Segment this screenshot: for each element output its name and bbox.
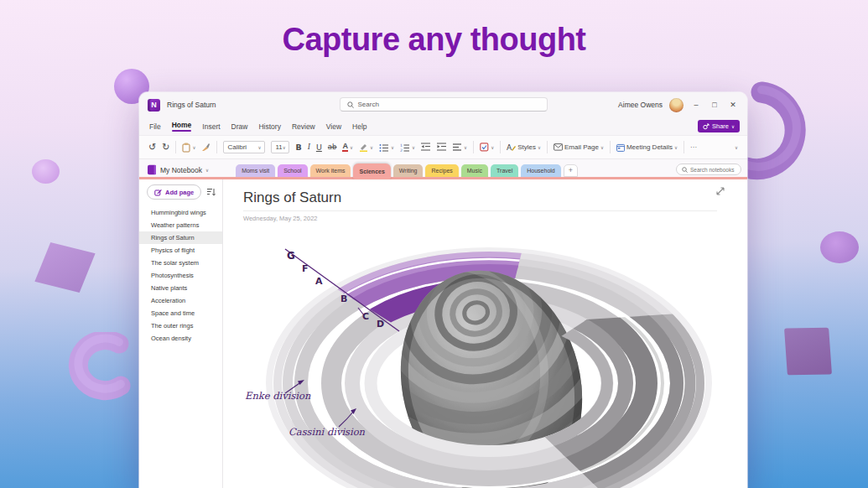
menu-item[interactable]: Home <box>172 121 192 132</box>
share-icon <box>703 123 709 130</box>
underline-button[interactable]: U <box>316 143 322 152</box>
sidebar-page-item[interactable]: Hummingbird wings <box>139 206 222 219</box>
undo-button[interactable]: ↺ <box>148 143 156 152</box>
maximize-button[interactable]: □ <box>709 101 720 109</box>
search-placeholder: Search <box>358 101 379 108</box>
chevron-down-icon: ∨ <box>600 145 604 150</box>
strikethrough-button[interactable]: ab <box>328 143 337 152</box>
section-tab[interactable]: Moms visit <box>236 164 275 177</box>
chevron-down-icon: ∨ <box>674 145 678 150</box>
menu-item[interactable]: View <box>326 122 341 131</box>
format-painter-button[interactable] <box>201 143 211 152</box>
chevron-down-icon: ∨ <box>192 145 195 150</box>
section-tabs: Moms visitSchoolWork itemsSciencesWritin… <box>236 164 561 179</box>
font-name-select[interactable]: Calibri∨ <box>223 141 265 153</box>
window-title: Rings of Saturn <box>167 101 216 109</box>
email-page-button[interactable]: Email Page ∨ <box>554 143 604 151</box>
sidebar-page-item[interactable]: Ocean density <box>139 332 222 345</box>
menu-item[interactable]: Draw <box>231 122 248 131</box>
close-button[interactable]: ✕ <box>727 101 739 109</box>
expand-page-icon[interactable] <box>715 186 725 196</box>
menu-item[interactable]: File <box>149 122 161 131</box>
meeting-details-button[interactable]: Meeting Details ∨ <box>616 143 678 152</box>
font-color-button[interactable]: A ∨ <box>342 143 353 152</box>
notebook-switcher[interactable]: My Notebook ∨ <box>139 164 216 179</box>
ring-letter-g: G <box>287 250 295 262</box>
title-bar: N Rings of Saturn Search Aimee Owens – □… <box>139 92 747 117</box>
clipboard-icon <box>182 143 190 153</box>
highlighter-button[interactable]: ∨ <box>359 143 373 152</box>
chevron-down-icon: ∨ <box>391 145 394 150</box>
notebook-bar: My Notebook ∨ Moms visitSchoolWork items… <box>139 159 747 179</box>
decor-hook-left <box>59 332 143 406</box>
bullet-list-button[interactable]: ∨ <box>379 143 394 152</box>
page-title[interactable]: Rings of Saturn <box>243 189 717 211</box>
svg-text:1: 1 <box>400 143 403 148</box>
pages-sidebar: Add page Hummingbird wingsWeather patter… <box>139 179 223 488</box>
share-button[interactable]: Share ∨ <box>698 120 740 132</box>
section-tab[interactable]: Music <box>461 164 488 177</box>
sidebar-page-item[interactable]: Physics of flight <box>139 244 222 257</box>
styles-button[interactable]: A Styles ∨ <box>507 143 541 152</box>
increase-indent-button[interactable] <box>437 143 447 153</box>
decor-arc-right <box>735 79 829 189</box>
minimize-button[interactable]: – <box>690 101 702 109</box>
sidebar-page-item[interactable]: The outer rings <box>139 319 222 332</box>
search-input[interactable]: Search <box>340 97 548 112</box>
ribbon-toolbar: ↺ ↻ ∨ Calibri∨ 11∨ B I U ab A ∨ <box>139 135 747 159</box>
onenote-app-icon: N <box>148 99 160 112</box>
sidebar-page-item[interactable]: Acceleration <box>139 294 222 307</box>
section-tab[interactable]: Writing <box>393 164 424 177</box>
sidebar-page-item[interactable]: Rings of Saturn <box>139 231 222 244</box>
decor-dot-left <box>32 159 60 184</box>
sort-pages-icon[interactable] <box>206 188 216 197</box>
section-tab[interactable]: Recipes <box>425 164 458 177</box>
sidebar-page-item[interactable]: Native plants <box>139 282 222 294</box>
decrease-indent-button[interactable] <box>421 143 431 153</box>
redo-button[interactable]: ↻ <box>162 143 169 152</box>
paste-button[interactable]: ∨ <box>182 143 195 153</box>
font-size-select[interactable]: 11∨ <box>271 141 289 153</box>
section-tab[interactable]: Household <box>521 164 560 177</box>
chevron-down-icon: ∨ <box>538 145 541 150</box>
chevron-down-icon: ∨ <box>370 145 373 150</box>
numbered-list-button[interactable]: 12 ∨ <box>400 143 415 152</box>
sidebar-page-item[interactable]: Space and time <box>139 307 222 319</box>
more-commands-button[interactable]: ··· <box>690 143 697 151</box>
alignment-button[interactable]: ∨ <box>453 143 467 152</box>
italic-button[interactable]: I <box>308 143 310 152</box>
notebook-search-input[interactable]: Search notebooks <box>676 164 741 175</box>
search-icon <box>347 101 354 108</box>
section-tab[interactable]: Work items <box>310 164 351 177</box>
collapse-ribbon-icon[interactable]: ∨ <box>735 145 738 150</box>
menu-item[interactable]: Help <box>352 122 366 131</box>
section-tab[interactable]: Sciences <box>353 164 390 179</box>
menu-item[interactable]: Insert <box>202 122 220 131</box>
chevron-down-icon: ∨ <box>731 124 735 129</box>
sidebar-page-item[interactable]: Photosynthesis <box>139 269 222 282</box>
user-avatar[interactable] <box>669 98 683 112</box>
page-background: Capture any thought N Rings of Saturn Se… <box>0 0 868 488</box>
add-page-button[interactable]: Add page <box>147 184 201 200</box>
page-date: Wednesday, May 25, 2022 <box>243 215 747 222</box>
menu-item[interactable]: History <box>258 122 280 131</box>
numbered-list-icon: 12 <box>400 143 410 152</box>
bold-button[interactable]: B <box>295 143 301 152</box>
section-tab[interactable]: School <box>278 164 307 177</box>
svg-text:2: 2 <box>400 148 403 152</box>
page-list: Hummingbird wingsWeather patternsRings o… <box>139 206 222 345</box>
sidebar-page-item[interactable]: Weather patterns <box>139 219 222 231</box>
saturn-figure: G F A B C D Enke division Cassini divisi… <box>242 226 745 488</box>
compose-icon <box>154 189 162 196</box>
chevron-down-icon: ∨ <box>350 145 353 150</box>
decor-square-right <box>784 328 832 376</box>
bullet-list-icon <box>379 143 389 152</box>
menu-item[interactable]: Review <box>292 122 315 131</box>
todo-tag-button[interactable]: ∨ <box>480 143 494 152</box>
add-section-button[interactable]: + <box>564 164 578 177</box>
sidebar-page-item[interactable]: The solar system <box>139 257 222 269</box>
section-tab[interactable]: Travel <box>491 164 518 177</box>
ring-letter-a: A <box>315 276 323 287</box>
notebook-icon <box>147 164 157 175</box>
hero-title: Capture any thought <box>0 22 868 58</box>
